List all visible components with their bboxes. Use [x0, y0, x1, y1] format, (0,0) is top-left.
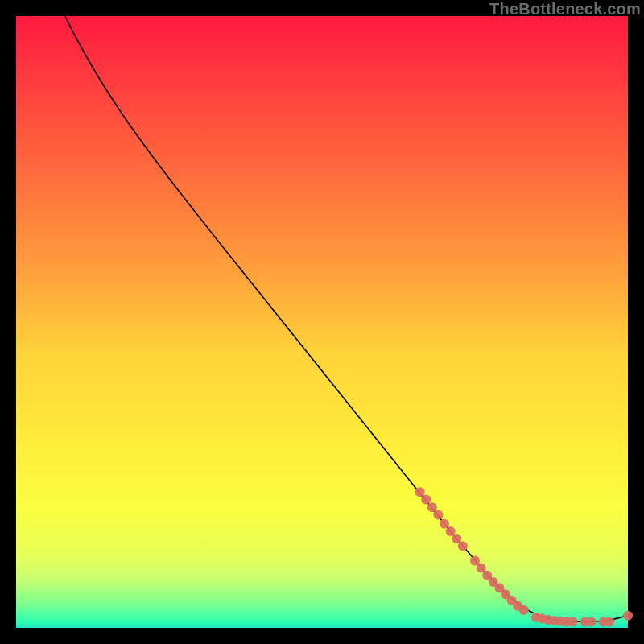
data-point	[586, 617, 596, 626]
data-point	[605, 617, 614, 626]
data-point	[623, 611, 633, 621]
watermark-label: TheBottleneck.com	[489, 0, 641, 19]
chart-area	[16, 16, 628, 628]
data-point	[433, 510, 443, 519]
scatter-dots	[415, 487, 633, 626]
curve-line	[65, 16, 628, 621]
chart-svg	[16, 16, 628, 628]
data-point	[568, 617, 578, 626]
data-point	[458, 541, 468, 551]
data-point	[421, 494, 431, 504]
data-point	[519, 605, 529, 615]
